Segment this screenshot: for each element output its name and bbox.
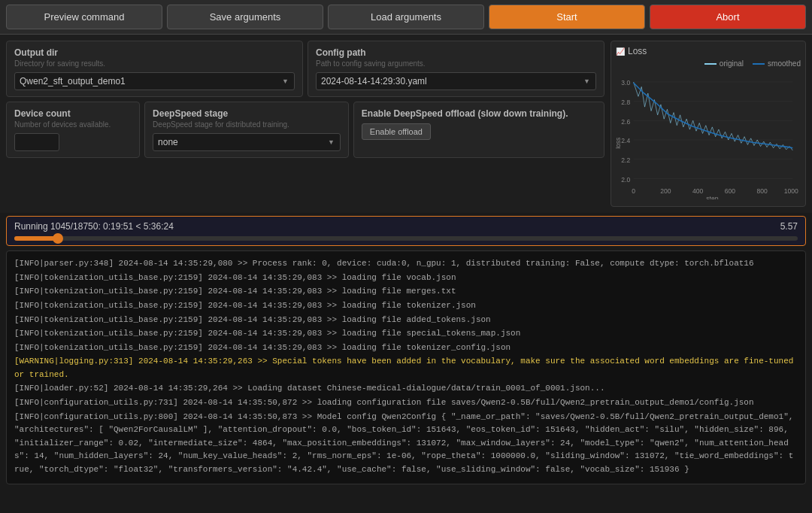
deepspeed-stage-select[interactable]: none stage1 stage2 stage3 [153,133,341,151]
loss-chart-svg: 3.0 2.8 2.6 2.4 2.2 2.0 0 200 400 600 80… [616,71,801,199]
log-section: [INFO|parser.py:348] 2024-08-14 14:35:29… [0,250,812,490]
load-arguments-button[interactable]: Load arguments [328,5,484,29]
device-count-input[interactable]: 1 [14,133,59,151]
offload-label-group: Enable DeepSpeed offload (slow down trai… [362,108,596,140]
config-path-select[interactable]: 2024-08-14-14:29:30.yaml [316,72,596,90]
x-label-200: 200 [660,187,671,195]
progress-header: Running 1045/18750: 0:19:51 < 5:36:24 5.… [14,221,798,232]
device-count-field: Device count Number of devices available… [6,102,140,158]
x-label-0: 0 [632,187,635,195]
enable-offload-button[interactable]: Enable offload [362,123,431,140]
output-dir-label: Output dir [14,47,295,58]
toolbar: Preview command Save arguments Load argu… [0,0,812,35]
config-path-hint: Path to config saving arguments. [316,59,596,68]
log-line: [INFO|tokenization_utils_base.py:2159] 2… [14,341,798,355]
legend-original-label: original [720,59,744,68]
progress-track[interactable] [14,236,798,241]
y-label-22: 2.2 [621,156,630,164]
output-dir-select[interactable]: Qwen2_sft_output_demo1 [14,72,295,90]
y-label-28: 2.8 [621,99,630,106]
config-path-select-wrapper: 2024-08-14-14:29:30.yaml [316,72,596,90]
start-button[interactable]: Start [489,5,645,29]
progress-text: Running 1045/18750: 0:19:51 < 5:36:24 [14,221,174,232]
main-area: Output dir Directory for saving results.… [0,35,812,213]
abort-button[interactable]: Abort [650,5,806,29]
log-line: [INFO|tokenization_utils_base.py:2159] 2… [14,272,798,285]
progress-section: Running 1045/18750: 0:19:51 < 5:36:24 5.… [0,213,812,250]
x-label-1000: 1000 [784,187,798,195]
x-label-600: 600 [725,187,736,195]
log-line: [INFO|tokenization_utils_base.py:2159] 2… [14,299,798,313]
log-line: [INFO|tokenization_utils_base.py:2159] 2… [14,285,798,299]
offload-field: Enable DeepSpeed offload (slow down trai… [353,102,604,158]
y-label-26: 2.6 [621,118,630,126]
log-container[interactable]: [INFO|parser.py:348] 2024-08-14 14:35:29… [6,250,806,484]
config-path-label: Config path [316,47,596,58]
y-label-20: 2.0 [621,176,630,184]
preview-command-button[interactable]: Preview command [6,5,162,29]
device-count-hint: Number of devices available. [14,120,132,129]
config-path-field: Config path Path to config saving argume… [308,41,604,97]
log-line: [INFO|tokenization_utils_base.py:2159] 2… [14,314,798,327]
x-label-800: 800 [757,187,768,195]
output-dir-field: Output dir Directory for saving results.… [6,41,303,97]
deepspeed-stage-label: DeepSpeed stage [153,108,341,119]
offload-label: Enable DeepSpeed offload (slow down trai… [362,108,596,119]
x-label-400: 400 [692,187,704,195]
chart-legend: original smoothed [616,59,801,68]
x-axis-label: step [706,195,718,199]
deepspeed-stage-hint: DeepSpeed stage for distributed training… [153,120,341,129]
output-dir-hint: Directory for saving results. [14,59,295,68]
legend-smoothed-label: smoothed [768,59,801,68]
chart-panel: 📈 Loss original smoothed 3.0 2.8 2.6 2.4… [611,41,806,207]
y-label-24: 2.4 [621,137,630,144]
progress-value: 5.57 [780,221,798,232]
config-row-1: Output dir Directory for saving results.… [6,41,604,97]
legend-smoothed-dot [753,63,765,65]
device-count-label: Device count [14,108,132,119]
legend-original-dot [704,63,717,65]
log-line: [INFO|tokenization_utils_base.py:2159] 2… [14,327,798,341]
chart-title: 📈 Loss [616,46,801,56]
y-label-30: 3.0 [621,79,630,87]
config-panel: Output dir Directory for saving results.… [6,41,604,207]
log-line: [INFO|configuration_utils.py:800] 2024-0… [14,411,798,477]
progress-fill [14,236,58,241]
save-arguments-button[interactable]: Save arguments [167,5,323,29]
y-axis-label: loss [616,138,622,149]
progress-bar-container: Running 1045/18750: 0:19:51 < 5:36:24 5.… [6,216,806,246]
deepspeed-stage-field: DeepSpeed stage DeepSpeed stage for dist… [144,102,349,158]
deepspeed-stage-select-wrapper: none stage1 stage2 stage3 [153,133,341,151]
log-line: [INFO|loader.py:52] 2024-08-14 14:35:29,… [14,382,798,396]
chart-svg-container: 3.0 2.8 2.6 2.4 2.2 2.0 0 200 400 600 80… [616,71,801,202]
output-dir-select-wrapper: Qwen2_sft_output_demo1 [14,72,295,90]
log-line: [WARNING|logging.py:313] 2024-08-14 14:3… [14,355,798,381]
progress-thumb [53,233,63,244]
chart-icon: 📈 [616,47,625,56]
chart-title-text: Loss [628,46,647,56]
legend-original: original [704,59,744,68]
log-line: [INFO|parser.py:348] 2024-08-14 14:35:29… [14,257,798,271]
legend-smoothed: smoothed [753,59,801,68]
log-line: [INFO|configuration_utils.py:731] 2024-0… [14,396,798,410]
config-row-2: Device count Number of devices available… [6,102,604,158]
